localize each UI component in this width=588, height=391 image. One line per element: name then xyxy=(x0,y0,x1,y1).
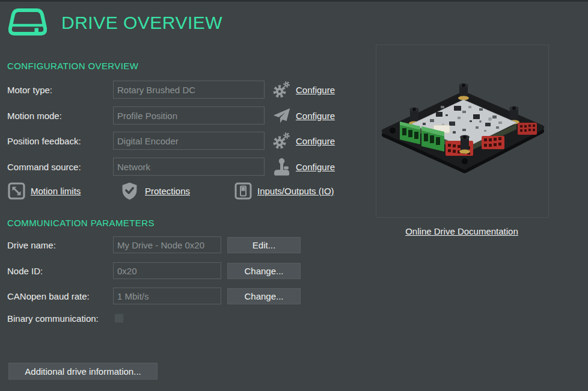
motion-mode-row: Motion mode: Configure xyxy=(7,106,335,125)
baud-rate-label: CANopen baud rate: xyxy=(7,291,113,301)
motion-limits-icon xyxy=(7,182,26,200)
motion-mode-label: Motion mode: xyxy=(7,111,113,121)
motor-type-row: Motor type: Configure xyxy=(7,81,335,99)
node-id-label: Node ID: xyxy=(7,266,113,276)
protections-link[interactable]: Protections xyxy=(121,182,190,200)
command-source-value xyxy=(113,158,265,176)
node-id-row: Node ID: Change... xyxy=(7,262,301,279)
io-switch-icon xyxy=(234,182,253,200)
paper-plane-icon xyxy=(272,106,291,125)
position-feedback-label: Position feedback: xyxy=(7,136,113,146)
binary-communication-label: Binary communication: xyxy=(7,313,113,324)
shield-check-icon xyxy=(121,182,140,200)
motion-limits-link[interactable]: Motion limits xyxy=(7,182,81,200)
quick-links-row: Motion limits Protections Inputs/Outputs… xyxy=(7,182,356,201)
inputs-outputs-label: Inputs/Outputs (IO) xyxy=(257,186,334,196)
online-drive-documentation-link[interactable]: Online Drive Documentation xyxy=(405,226,518,236)
node-id-value xyxy=(113,262,221,279)
drive-name-row: Drive name: Edit... xyxy=(7,236,301,253)
page-header: DRIVE OVERVIEW xyxy=(8,7,222,38)
motor-type-value xyxy=(113,81,265,99)
drive-photo xyxy=(378,71,547,191)
drive-name-value xyxy=(113,236,221,253)
drive-image-panel xyxy=(376,45,549,218)
motion-mode-configure-link[interactable]: Configure xyxy=(296,111,335,121)
node-id-change-button[interactable]: Change... xyxy=(227,263,301,279)
motor-type-configure-link[interactable]: Configure xyxy=(296,85,335,95)
command-source-row: Command source: Configure xyxy=(7,158,335,176)
communication-section-heading: COMMUNICATION PARAMETERS xyxy=(7,218,155,228)
drive-name-edit-button[interactable]: Edit... xyxy=(227,237,301,253)
baud-rate-change-button[interactable]: Change... xyxy=(227,288,301,304)
command-source-configure-link[interactable]: Configure xyxy=(296,162,335,172)
baud-rate-value xyxy=(113,288,221,304)
configuration-section-heading: CONFIGURATION OVERVIEW xyxy=(7,61,138,71)
top-border-strip xyxy=(0,0,588,2)
gears-icon xyxy=(272,80,291,99)
gears-icon xyxy=(272,131,291,150)
drive-icon xyxy=(8,7,47,38)
position-feedback-row: Position feedback: Configure xyxy=(7,132,335,150)
additional-drive-information-button[interactable]: Additional drive information... xyxy=(8,363,158,380)
documentation-link-wrap: Online Drive Documentation xyxy=(376,226,548,237)
inputs-outputs-link[interactable]: Inputs/Outputs (IO) xyxy=(234,182,334,200)
motor-type-label: Motor type: xyxy=(7,85,113,95)
motion-limits-label: Motion limits xyxy=(31,186,81,196)
command-source-label: Command source: xyxy=(7,162,113,172)
joystick-icon xyxy=(272,157,291,176)
motion-mode-value xyxy=(113,106,265,125)
position-feedback-configure-link[interactable]: Configure xyxy=(296,136,335,146)
binary-communication-row: Binary communication: xyxy=(7,313,113,323)
binary-communication-checkbox[interactable] xyxy=(114,313,124,323)
position-feedback-value xyxy=(113,132,265,150)
page-title: DRIVE OVERVIEW xyxy=(61,13,222,33)
protections-label: Protections xyxy=(145,186,190,196)
baud-rate-row: CANopen baud rate: Change... xyxy=(7,288,301,304)
drive-name-label: Drive name: xyxy=(7,240,113,250)
